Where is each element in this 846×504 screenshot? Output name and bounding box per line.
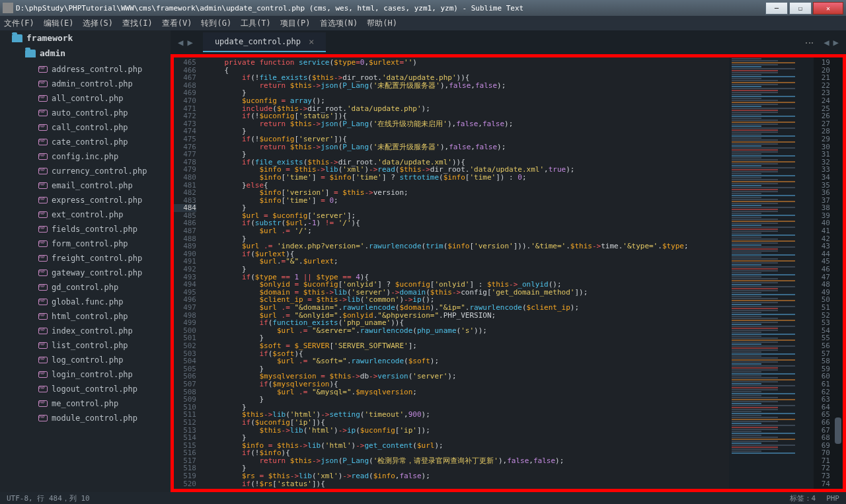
file-list: address_control.phpadmin_control.phpall_… bbox=[0, 61, 171, 492]
scrollbar-thumb[interactable] bbox=[835, 417, 841, 444]
file-item[interactable]: cate_control.php bbox=[0, 135, 171, 149]
file-item[interactable]: index_control.php bbox=[0, 324, 171, 338]
menu-item[interactable]: 工具(T) bbox=[241, 18, 271, 29]
file-item[interactable]: express_control.php bbox=[0, 193, 171, 207]
file-item[interactable]: logout_control.php bbox=[0, 382, 171, 396]
file-item[interactable]: module_control.php bbox=[0, 411, 171, 425]
php-icon bbox=[38, 371, 48, 378]
file-label: login_control.php bbox=[52, 370, 133, 379]
file-label: me_control.php bbox=[52, 399, 118, 408]
menu-item[interactable]: 帮助(H) bbox=[367, 18, 397, 29]
tabbar: ◀ ▶ update_control.php × ⋮ ◀ ▶ bbox=[171, 30, 846, 54]
file-label: auto_control.php bbox=[52, 108, 128, 118]
menu-item[interactable]: 查找(I) bbox=[122, 18, 153, 29]
php-icon bbox=[38, 211, 48, 218]
menu-item[interactable]: 选择(S) bbox=[83, 18, 113, 29]
php-icon bbox=[38, 357, 48, 363]
status-language[interactable]: PHP bbox=[826, 494, 839, 503]
menu-item[interactable]: 首选项(N) bbox=[320, 18, 358, 29]
line-gutter[interactable]: 465 466 467 468 469 470 471 472 473 474 … bbox=[174, 57, 203, 489]
file-label: currency_control.php bbox=[52, 166, 147, 176]
file-item[interactable]: html_control.php bbox=[0, 309, 171, 324]
file-label: fields_control.php bbox=[52, 225, 137, 234]
file-label: email_control.php bbox=[52, 181, 133, 190]
php-icon bbox=[38, 153, 48, 160]
php-icon bbox=[38, 342, 48, 349]
php-icon bbox=[38, 386, 48, 392]
file-item[interactable]: login_control.php bbox=[0, 367, 171, 382]
file-item[interactable]: gateway_control.php bbox=[0, 266, 171, 280]
app-icon bbox=[3, 3, 13, 13]
menu-item[interactable]: 文件(F) bbox=[4, 18, 34, 29]
php-icon bbox=[38, 182, 48, 189]
file-item[interactable]: email_control.php bbox=[0, 178, 171, 193]
php-icon bbox=[38, 240, 48, 247]
file-label: express_control.php bbox=[52, 196, 142, 205]
minimap[interactable] bbox=[729, 57, 814, 489]
status-encoding[interactable]: UTF-8, 行 484，列 10 bbox=[7, 493, 90, 503]
sidebar: framework admin address_control.phpadmin… bbox=[0, 30, 171, 492]
menubar: 文件(F)编辑(E)选择(S)查找(I)查看(V)转到(G)工具(T)项目(P)… bbox=[0, 16, 846, 30]
menu-item[interactable]: 查看(V) bbox=[162, 18, 192, 29]
php-icon bbox=[38, 124, 48, 131]
file-label: html_control.php bbox=[52, 312, 128, 321]
file-label: call_control.php bbox=[52, 123, 128, 132]
file-item[interactable]: currency_control.php bbox=[0, 164, 171, 178]
file-label: cate_control.php bbox=[52, 137, 128, 147]
file-label: form_control.php bbox=[52, 239, 128, 248]
file-label: ext_control.php bbox=[52, 210, 123, 219]
maximize-button[interactable]: ☐ bbox=[789, 2, 812, 15]
file-item[interactable]: log_control.php bbox=[0, 353, 171, 367]
file-item[interactable]: form_control.php bbox=[0, 236, 171, 251]
file-label: address_control.php bbox=[52, 65, 142, 74]
file-item[interactable]: gd_control.php bbox=[0, 280, 171, 295]
status-tabwidth[interactable]: 标签：4 bbox=[790, 493, 816, 503]
folder-label: framework bbox=[26, 33, 73, 43]
file-label: all_control.php bbox=[52, 94, 123, 103]
folder-icon bbox=[25, 50, 36, 57]
file-item[interactable]: call_control.php bbox=[0, 120, 171, 135]
php-icon bbox=[38, 66, 48, 73]
file-label: freight_control.php bbox=[52, 254, 142, 263]
folder-label: admin bbox=[40, 48, 65, 58]
window-title: D:\phpStudy\PHPTutorial\WWW\cms\framewor… bbox=[16, 4, 764, 13]
tab-overflow-icon[interactable]: ⋮ bbox=[804, 38, 815, 46]
vertical-scrollbar[interactable] bbox=[833, 57, 843, 489]
file-item[interactable]: admin_control.php bbox=[0, 77, 171, 91]
file-item[interactable]: ext_control.php bbox=[0, 207, 171, 222]
file-item[interactable]: fields_control.php bbox=[0, 222, 171, 236]
pane-next-icon[interactable]: ▶ bbox=[831, 37, 841, 48]
php-icon bbox=[38, 139, 48, 145]
file-item[interactable]: auto_control.php bbox=[0, 106, 171, 120]
pane-prev-icon[interactable]: ◀ bbox=[822, 37, 831, 48]
file-label: global.func.php bbox=[52, 297, 123, 306]
tab-prev-icon[interactable]: ◀ bbox=[176, 37, 185, 48]
folder-sub[interactable]: admin bbox=[0, 46, 171, 61]
file-item[interactable]: list_control.php bbox=[0, 338, 171, 353]
file-item[interactable]: config.inc.php bbox=[0, 149, 171, 164]
tab-close-icon[interactable]: × bbox=[309, 36, 314, 47]
file-label: module_control.php bbox=[52, 414, 137, 423]
minimap-gutter: 19 20 21 22 23 24 25 26 27 28 29 30 31 3… bbox=[814, 57, 833, 489]
file-item[interactable]: me_control.php bbox=[0, 396, 171, 411]
file-item[interactable]: freight_control.php bbox=[0, 251, 171, 266]
file-label: logout_control.php bbox=[52, 384, 137, 394]
tab-next-icon[interactable]: ▶ bbox=[185, 37, 194, 48]
menu-item[interactable]: 编辑(E) bbox=[44, 18, 74, 29]
php-icon bbox=[38, 328, 48, 334]
tab-update-control[interactable]: update_control.php × bbox=[203, 32, 326, 52]
php-icon bbox=[38, 313, 48, 320]
menu-item[interactable]: 转到(G) bbox=[201, 18, 231, 29]
titlebar[interactable]: D:\phpStudy\PHPTutorial\WWW\cms\framewor… bbox=[0, 0, 846, 16]
file-item[interactable]: all_control.php bbox=[0, 91, 171, 106]
minimize-button[interactable]: ─ bbox=[765, 2, 788, 15]
file-item[interactable]: address_control.php bbox=[0, 62, 171, 77]
folder-root[interactable]: framework bbox=[0, 30, 171, 46]
php-icon bbox=[38, 270, 48, 276]
close-button[interactable]: ✕ bbox=[813, 2, 843, 15]
menu-item[interactable]: 项目(P) bbox=[280, 18, 311, 29]
code-area[interactable]: private function service($type=0,$urlext… bbox=[203, 57, 729, 489]
statusbar: UTF-8, 行 484，列 10 标签：4 PHP bbox=[0, 492, 846, 504]
file-item[interactable]: global.func.php bbox=[0, 295, 171, 309]
php-icon bbox=[38, 226, 48, 233]
